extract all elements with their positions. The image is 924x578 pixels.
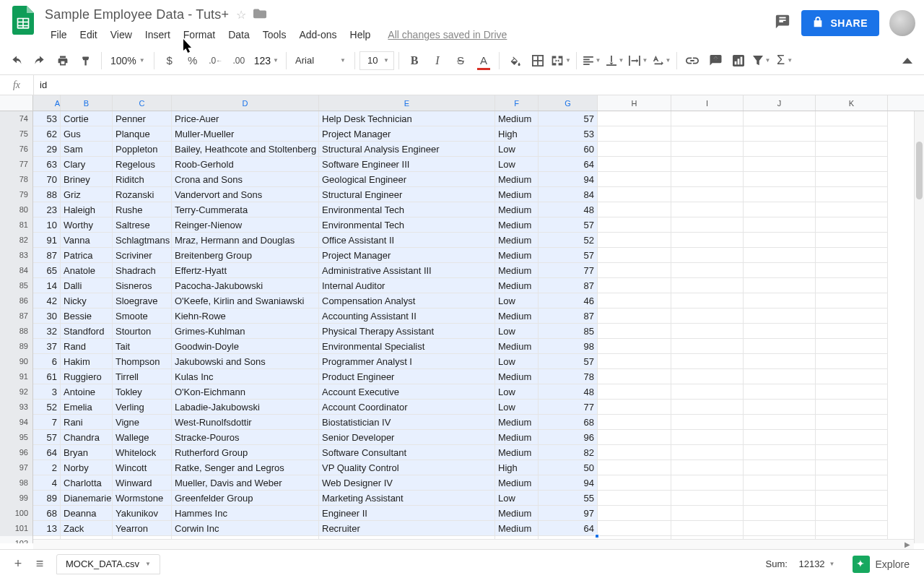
cell[interactable]: [744, 430, 816, 445]
cell[interactable]: [671, 400, 744, 415]
cell[interactable]: [744, 309, 816, 324]
cell[interactable]: 57: [539, 217, 598, 233]
cell[interactable]: [598, 445, 671, 460]
row-header[interactable]: 93: [0, 400, 33, 415]
cell[interactable]: [598, 400, 671, 415]
cell[interactable]: [671, 111, 744, 126]
cell[interactable]: Administrative Assistant III: [319, 263, 495, 278]
cell[interactable]: Medium: [495, 202, 539, 217]
cell[interactable]: Sam: [61, 142, 113, 157]
cell[interactable]: Sisneros: [113, 278, 172, 293]
cell[interactable]: [671, 415, 744, 430]
cell[interactable]: Schlagtmans: [113, 233, 172, 248]
cell[interactable]: Medium: [495, 233, 539, 248]
cell[interactable]: 37: [33, 339, 61, 354]
cell[interactable]: [671, 354, 744, 369]
cell[interactable]: [744, 415, 816, 430]
font-size-select[interactable]: 10▼: [359, 51, 394, 70]
horizontal-scrollbar[interactable]: ▶: [33, 539, 914, 549]
row-header[interactable]: 101: [0, 521, 33, 536]
cell[interactable]: [816, 293, 888, 309]
menu-add-ons[interactable]: Add-ons: [293, 26, 342, 43]
cell[interactable]: 70: [33, 172, 61, 187]
share-button[interactable]: SHARE: [801, 10, 879, 36]
cell[interactable]: 87: [33, 248, 61, 263]
cell[interactable]: [816, 415, 888, 430]
row-header[interactable]: 88: [0, 324, 33, 339]
cell[interactable]: [671, 248, 744, 263]
cell[interactable]: 89: [33, 491, 61, 506]
cell[interactable]: Griz: [61, 187, 113, 202]
merge-cells-button[interactable]: ▼: [550, 50, 572, 72]
row-header[interactable]: 99: [0, 491, 33, 506]
paint-format-button[interactable]: [75, 50, 97, 72]
cell[interactable]: 64: [539, 521, 598, 536]
cell[interactable]: Web Designer IV: [319, 475, 495, 491]
cell[interactable]: [744, 187, 816, 202]
cell[interactable]: [671, 309, 744, 324]
explore-button[interactable]: Explore: [845, 551, 917, 577]
cell[interactable]: 94: [539, 172, 598, 187]
row-header[interactable]: 82: [0, 233, 33, 248]
cell[interactable]: [744, 202, 816, 217]
cell[interactable]: [671, 324, 744, 339]
col-header-B[interactable]: B: [61, 95, 113, 111]
selection-handle[interactable]: [595, 534, 599, 538]
col-header-F[interactable]: F: [495, 95, 539, 111]
cell[interactable]: [671, 460, 744, 475]
cell[interactable]: [744, 278, 816, 293]
cell[interactable]: Environmental Tech: [319, 202, 495, 217]
cell[interactable]: [671, 263, 744, 278]
cell[interactable]: [671, 445, 744, 460]
cell[interactable]: 97: [539, 506, 598, 521]
cell[interactable]: Account Executive: [319, 384, 495, 400]
cell[interactable]: Medium: [495, 445, 539, 460]
cell[interactable]: [744, 354, 816, 369]
cell[interactable]: [816, 506, 888, 521]
insert-comment-button[interactable]: [705, 50, 726, 72]
cell[interactable]: Vigne: [113, 415, 172, 430]
row-header[interactable]: 86: [0, 293, 33, 309]
cell[interactable]: Medium: [495, 339, 539, 354]
cell[interactable]: [744, 324, 816, 339]
cell[interactable]: [816, 172, 888, 187]
cell[interactable]: Medium: [495, 369, 539, 384]
cell[interactable]: 98: [539, 339, 598, 354]
cell[interactable]: Tait: [113, 339, 172, 354]
cell[interactable]: 30: [33, 309, 61, 324]
font-family-select[interactable]: Arial▼: [291, 55, 350, 66]
cell[interactable]: Standford: [61, 324, 113, 339]
cell[interactable]: Rutherford Group: [172, 445, 319, 460]
cell[interactable]: Rozanski: [113, 187, 172, 202]
cell[interactable]: [816, 157, 888, 172]
cell[interactable]: Winward: [113, 475, 172, 491]
cell[interactable]: Environmental Tech: [319, 217, 495, 233]
menu-data[interactable]: Data: [222, 26, 256, 43]
row-header[interactable]: 80: [0, 202, 33, 217]
print-button[interactable]: [52, 50, 74, 72]
cell[interactable]: Medium: [495, 111, 539, 126]
cell[interactable]: Smoote: [113, 309, 172, 324]
cell[interactable]: 52: [539, 233, 598, 248]
cell[interactable]: Labadie-Jakubowski: [172, 400, 319, 415]
cell[interactable]: [671, 278, 744, 293]
cell[interactable]: [744, 217, 816, 233]
cell[interactable]: O'Keefe, Kirlin and Swaniawski: [172, 293, 319, 309]
cell[interactable]: 10: [33, 217, 61, 233]
row-header[interactable]: 102: [0, 536, 33, 543]
col-header-K[interactable]: K: [816, 95, 888, 111]
cell[interactable]: 4: [33, 475, 61, 491]
cell[interactable]: Medium: [495, 309, 539, 324]
cell[interactable]: Wincott: [113, 460, 172, 475]
cell[interactable]: 13: [33, 521, 61, 536]
cell[interactable]: Sloegrave: [113, 293, 172, 309]
cell[interactable]: Kulas Inc: [172, 369, 319, 384]
cell[interactable]: Medium: [495, 521, 539, 536]
cell[interactable]: Rand: [61, 339, 113, 354]
cell[interactable]: [598, 324, 671, 339]
cell[interactable]: [744, 293, 816, 309]
cell[interactable]: Effertz-Hyatt: [172, 263, 319, 278]
cell[interactable]: [598, 354, 671, 369]
cell[interactable]: Patrica: [61, 248, 113, 263]
more-formats-button[interactable]: 123▼: [251, 55, 282, 66]
